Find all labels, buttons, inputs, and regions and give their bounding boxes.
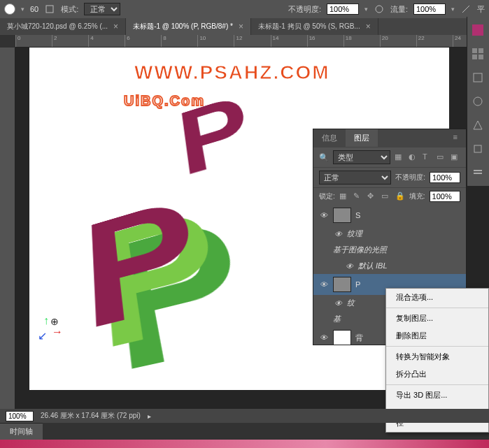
visibility-icon[interactable]: 👁 bbox=[333, 230, 343, 238]
flow-label: 流量: bbox=[390, 4, 408, 15]
pressure-opacity-icon[interactable] bbox=[374, 3, 385, 15]
document-tab[interactable]: 未标题-1 @ 100% (P, RGB/8#) *× bbox=[126, 18, 251, 35]
menu-export-3d[interactable]: 导出 3D 图层... bbox=[386, 386, 488, 404]
visibility-icon[interactable]: 👁 bbox=[319, 280, 329, 289]
document-tab[interactable]: 莫小城720-120.psd @ 6.25% (...× bbox=[0, 18, 126, 35]
menu-convert-smart[interactable]: 转换为智能对象 bbox=[386, 348, 488, 366]
tab-label: 未标题-1 拷贝 @ 50% (S, RGB... bbox=[258, 22, 360, 31]
axis-y-icon[interactable]: ↑ bbox=[43, 315, 49, 327]
opacity-label: 不透明度: bbox=[395, 173, 425, 182]
layer-thumb[interactable] bbox=[333, 208, 351, 223]
zoom-input[interactable] bbox=[6, 411, 34, 421]
layer-item[interactable]: 👁 默认 IBL bbox=[313, 258, 466, 274]
close-icon[interactable]: × bbox=[239, 22, 243, 31]
layer-name: 背 bbox=[355, 333, 363, 343]
layer-name: P bbox=[355, 280, 360, 289]
layer-fill-input[interactable] bbox=[430, 191, 460, 202]
layer-name: S bbox=[355, 211, 360, 219]
filter-shape-icon[interactable]: ▭ bbox=[437, 152, 446, 162]
layer-item[interactable]: 基于图像的光照 bbox=[313, 242, 466, 258]
menu-split-extrusion[interactable]: 拆分凸出 bbox=[386, 366, 488, 383]
letter-p-3d: P bbox=[81, 175, 235, 380]
filter-adjust-icon[interactable]: ◐ bbox=[409, 152, 418, 162]
layer-thumb[interactable] bbox=[333, 277, 351, 292]
filter-smart-icon[interactable]: ▣ bbox=[451, 152, 460, 162]
layer-name: 基于图像的光照 bbox=[333, 245, 387, 255]
document-tabbar: 莫小城720-120.psd @ 6.25% (...× 未标题-1 @ 100… bbox=[0, 18, 489, 35]
watermark-text: WWW.PSAHZ.COM bbox=[134, 62, 330, 84]
layer-item[interactable]: 👁 S bbox=[313, 205, 466, 226]
tab-layers[interactable]: 图层 bbox=[346, 129, 378, 147]
layer-blend-select[interactable]: 正常 bbox=[319, 171, 391, 185]
visibility-icon[interactable]: 👁 bbox=[319, 211, 329, 219]
opacity-input[interactable] bbox=[327, 3, 359, 15]
kind-filter-select[interactable]: 类型 bbox=[333, 150, 390, 164]
status-bar: 26.46 厘米 x 17.64 厘米 (72 ppi) ▸ bbox=[0, 409, 489, 423]
properties-panel-icon[interactable] bbox=[470, 165, 486, 180]
tab-label: 未标题-1 @ 100% (P, RGB/8#) * bbox=[133, 22, 233, 31]
axis-z-icon[interactable]: ↙ bbox=[38, 329, 47, 342]
flow-input[interactable] bbox=[413, 3, 446, 15]
tab-info[interactable]: 信息 bbox=[313, 129, 346, 147]
status-chevron-icon[interactable]: ▸ bbox=[148, 412, 151, 420]
visibility-icon[interactable]: 👁 bbox=[319, 333, 329, 342]
swatches-panel-icon[interactable] bbox=[470, 46, 486, 62]
brush-picker-chevron[interactable]: ▾ bbox=[21, 6, 24, 13]
doc-info: 26.46 厘米 x 17.64 厘米 (72 ppi) bbox=[41, 411, 141, 421]
lock-all-icon[interactable]: 🔒 bbox=[395, 192, 405, 201]
opacity-label: 不透明度: bbox=[288, 4, 321, 15]
filter-text-icon[interactable]: T bbox=[423, 152, 432, 162]
layer-opacity-input[interactable] bbox=[430, 172, 460, 183]
menu-separator bbox=[386, 346, 488, 347]
lock-artboard-icon[interactable]: ▭ bbox=[381, 192, 391, 201]
menu-separator bbox=[386, 308, 488, 308]
svg-rect-0 bbox=[46, 6, 53, 13]
layer-item[interactable]: 👁 纹理 bbox=[313, 226, 466, 242]
blend-mode-select[interactable]: 正常 bbox=[84, 3, 120, 15]
filter-image-icon[interactable]: ▦ bbox=[395, 152, 404, 162]
layer-name: 纹 bbox=[347, 298, 355, 308]
lock-transparent-icon[interactable]: ▦ bbox=[339, 192, 349, 201]
smoothing-label: 平 bbox=[477, 4, 485, 15]
brush-size-value: 60 bbox=[30, 5, 38, 13]
lock-position-icon[interactable]: ✥ bbox=[367, 192, 377, 201]
document-tab[interactable]: 未标题-1 拷贝 @ 50% (S, RGB...× bbox=[251, 18, 378, 35]
visibility-icon[interactable]: 👁 bbox=[344, 262, 354, 270]
brush-panel-icon[interactable] bbox=[44, 3, 55, 15]
adjustments-panel-icon[interactable] bbox=[470, 94, 486, 109]
svg-point-1 bbox=[376, 6, 383, 13]
menu-delete-layer[interactable]: 删除图层 bbox=[386, 327, 488, 345]
lock-image-icon[interactable]: ✎ bbox=[353, 192, 363, 201]
search-icon[interactable]: 🔍 bbox=[319, 153, 329, 162]
ruler-horizontal[interactable]: 024681012141618202224 bbox=[15, 35, 489, 48]
fill-label: 填充: bbox=[409, 192, 425, 201]
watermark-text-2: UiBQ.Com bbox=[124, 93, 205, 109]
close-icon[interactable]: × bbox=[366, 22, 371, 31]
close-icon[interactable]: × bbox=[113, 22, 118, 31]
menu-blending-options[interactable]: 混合选项... bbox=[386, 289, 488, 306]
axis-x-icon[interactable]: → bbox=[52, 326, 63, 338]
tab-timeline[interactable]: 时间轴 bbox=[0, 423, 43, 440]
color-panel-icon[interactable] bbox=[470, 22, 486, 38]
visibility-icon[interactable]: 👁 bbox=[333, 299, 343, 308]
layer-name: 基 bbox=[333, 314, 341, 324]
menu-duplicate-layer[interactable]: 复制图层... bbox=[386, 310, 488, 327]
styles-panel-icon[interactable] bbox=[470, 117, 486, 133]
svg-rect-10 bbox=[474, 170, 482, 171]
svg-rect-11 bbox=[474, 173, 482, 174]
tab-label: 莫小城720-120.psd @ 6.25% (... bbox=[7, 22, 108, 31]
ruler-vertical[interactable] bbox=[0, 48, 15, 422]
libraries-panel-icon[interactable] bbox=[470, 70, 486, 85]
flow-chevron[interactable]: ▾ bbox=[451, 6, 455, 13]
mode-label: 模式: bbox=[61, 4, 78, 15]
opacity-chevron[interactable]: ▾ bbox=[364, 6, 368, 13]
second-document-peek bbox=[0, 440, 489, 448]
options-bar: ▾ 60 模式: 正常 不透明度: ▾ 流量: ▾ 平 bbox=[0, 0, 489, 18]
airbrush-icon[interactable] bbox=[460, 3, 472, 15]
history-panel-icon[interactable] bbox=[470, 141, 486, 157]
svg-rect-9 bbox=[474, 145, 481, 152]
panel-menu-icon[interactable]: ≡ bbox=[445, 129, 466, 147]
brush-preview-swatch[interactable] bbox=[4, 3, 15, 15]
layer-thumb[interactable] bbox=[333, 330, 351, 345]
blend-opacity-row: 正常 不透明度: bbox=[313, 167, 466, 187]
